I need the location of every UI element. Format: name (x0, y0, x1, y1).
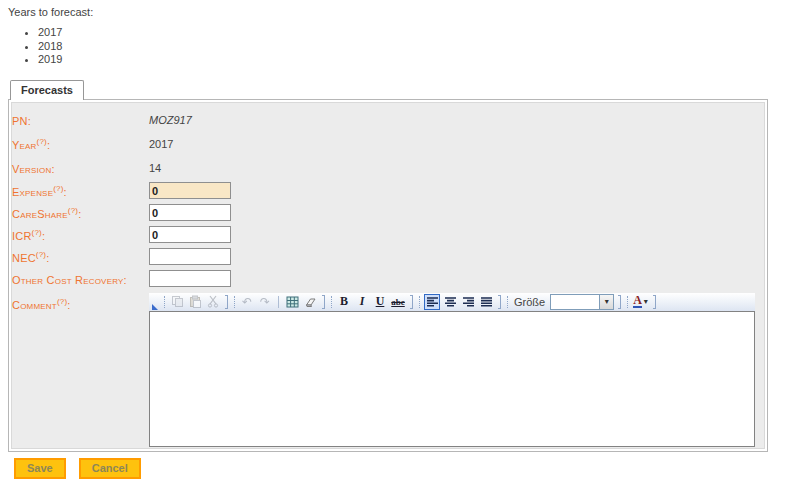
pn-value: MOZ917 (149, 114, 764, 126)
size-label: Größe (514, 296, 545, 308)
field-row-careshare: CareShare(?): (12, 202, 764, 224)
justify-button[interactable] (478, 294, 494, 310)
toolbar-separator (278, 296, 279, 308)
toolbar-grip (234, 296, 235, 308)
field-row-year: Year(?): 2017 (12, 132, 764, 156)
cut-icon[interactable] (205, 294, 221, 310)
bold-button[interactable]: B (336, 294, 352, 310)
chevron-down-icon[interactable]: ▾ (599, 295, 613, 309)
field-row-pn: PN: MOZ917 (12, 108, 764, 132)
toolbar-group-end (322, 295, 325, 309)
cancel-button[interactable]: Cancel (79, 458, 141, 479)
toolbar-group-end (498, 295, 501, 309)
field-row-icr: ICR(?): (12, 224, 764, 246)
chevron-down-icon: ▾ (644, 297, 648, 306)
year-item: 2019 (38, 53, 800, 67)
page-title: Years to forecast: (8, 6, 800, 18)
paste-icon[interactable] (187, 294, 203, 310)
undo-icon[interactable]: ↶ (239, 294, 255, 310)
expense-label: Expense(?): (12, 184, 149, 198)
other-cost-recovery-label: Other Cost Recovery: (12, 272, 149, 286)
year-item: 2018 (38, 40, 800, 54)
field-row-other-cost-recovery: Other Cost Recovery: (12, 268, 764, 290)
careshare-label: CareShare(?): (12, 206, 149, 220)
year-help-icon[interactable]: (?) (37, 137, 47, 146)
tab-strip: Forecasts (10, 79, 800, 99)
comment-editor: ↶ ↷ B I U abe (149, 293, 755, 447)
italic-button[interactable]: I (354, 294, 370, 310)
field-row-nec: NEC(?): (12, 246, 764, 268)
toolbar-group-end (618, 295, 621, 309)
forecasts-form: PN: MOZ917 Year(?): 2017 Version: 14 Exp… (11, 102, 765, 449)
insert-table-icon[interactable] (284, 294, 300, 310)
editor-toolbar: ↶ ↷ B I U abe (149, 293, 755, 311)
toolbar-group-end (410, 295, 413, 309)
nec-label: NEC(?): (12, 250, 149, 264)
tab-forecasts[interactable]: Forecasts (10, 80, 84, 100)
years-list: 2017 2018 2019 (0, 26, 800, 67)
nec-input[interactable] (149, 248, 231, 265)
year-item: 2017 (38, 26, 800, 40)
eraser-icon[interactable] (302, 294, 318, 310)
comment-editor-content[interactable] (149, 311, 755, 447)
align-center-button[interactable] (442, 294, 458, 310)
align-left-button[interactable] (424, 294, 440, 310)
copy-icon[interactable] (169, 294, 185, 310)
redo-icon[interactable]: ↷ (257, 294, 273, 310)
field-row-version: Version: 14 (12, 156, 764, 180)
toolbar-grip (331, 296, 332, 308)
toolbar-grip (507, 296, 508, 308)
underline-button[interactable]: U (372, 294, 388, 310)
careshare-input[interactable] (149, 204, 231, 221)
nec-help-icon[interactable]: (?) (36, 250, 46, 259)
expense-input[interactable] (149, 182, 231, 199)
size-value (551, 295, 599, 309)
toolbar-grip (627, 296, 628, 308)
comment-label: Comment(?): (12, 293, 149, 311)
version-value: 14 (149, 162, 764, 174)
year-label: Year(?): (12, 137, 149, 151)
other-cost-recovery-input[interactable] (149, 270, 231, 287)
toolbar-group-end (225, 295, 228, 309)
button-row: Save Cancel (14, 458, 800, 479)
year-value: 2017 (149, 138, 764, 150)
version-label: Version: (12, 161, 149, 175)
icr-label: ICR(?): (12, 228, 149, 242)
expense-help-icon[interactable]: (?) (53, 184, 63, 193)
comment-help-icon[interactable]: (?) (57, 297, 67, 306)
toolbar-grip (164, 296, 165, 308)
align-right-button[interactable] (460, 294, 476, 310)
collapse-toolbar-icon[interactable] (152, 304, 158, 310)
field-row-comment: Comment(?): ↶ (12, 293, 764, 447)
careshare-help-icon[interactable]: (?) (68, 206, 78, 215)
strikethrough-button[interactable]: abe (390, 294, 406, 310)
font-color-icon: A (633, 295, 642, 308)
toolbar-grip (419, 296, 420, 308)
pn-label: PN: (12, 113, 149, 127)
icr-input[interactable] (149, 226, 231, 243)
icr-help-icon[interactable]: (?) (32, 228, 42, 237)
forecasts-panel: PN: MOZ917 Year(?): 2017 Version: 14 Exp… (8, 99, 768, 452)
size-select[interactable]: ▾ (550, 294, 614, 310)
toolbar-group-end (653, 295, 656, 309)
save-button[interactable]: Save (14, 458, 66, 479)
font-color-button[interactable]: A ▾ (632, 294, 649, 310)
field-row-expense: Expense(?): (12, 180, 764, 202)
